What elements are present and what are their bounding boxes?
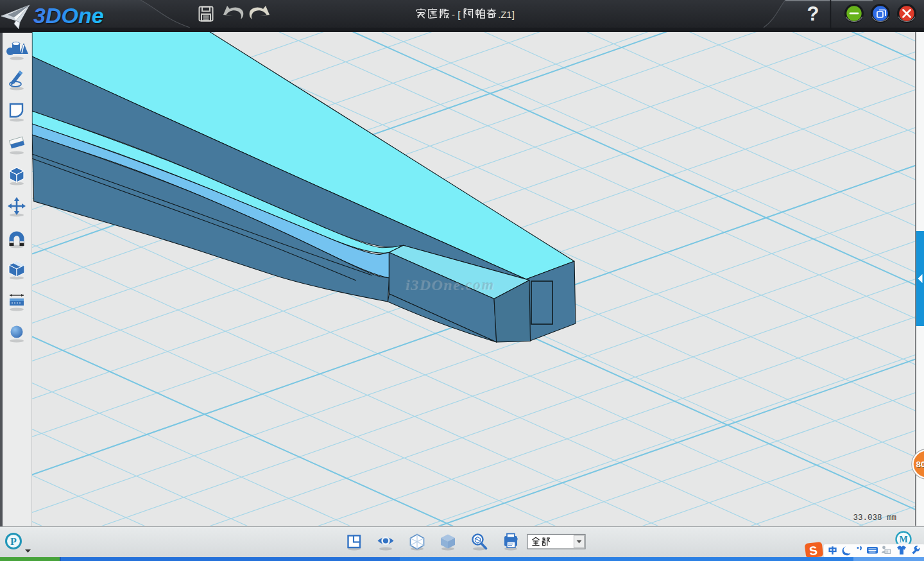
svg-text:80: 80 bbox=[916, 460, 924, 469]
svg-text:i3DOne.com: i3DOne.com bbox=[405, 276, 495, 293]
svg-text:S: S bbox=[809, 544, 818, 558]
svg-text:P: P bbox=[10, 536, 17, 547]
svg-text:33.038 mm: 33.038 mm bbox=[853, 514, 896, 522]
svg-text:.Z1]: .Z1] bbox=[498, 9, 515, 20]
svg-text:?: ? bbox=[807, 3, 819, 25]
svg-text:M: M bbox=[899, 535, 907, 544]
svg-text:- [: - [ bbox=[452, 9, 461, 20]
svg-text:3DOne: 3DOne bbox=[33, 3, 104, 28]
